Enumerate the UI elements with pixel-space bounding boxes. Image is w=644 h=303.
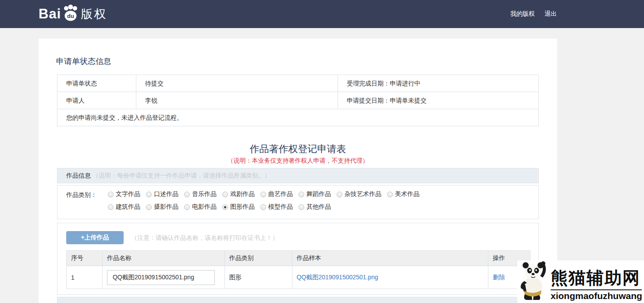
radio-category-music[interactable]: 音乐作品	[184, 190, 217, 198]
header-work-category: 作品类别	[224, 251, 292, 266]
radio-label: 摄影作品	[154, 203, 178, 211]
row-category: 图形	[224, 266, 292, 289]
upload-note: （注意：请确认作品名称，该名称将打印在证书上！）	[131, 234, 278, 242]
radio-category-oral[interactable]: 口述作品	[146, 190, 178, 198]
radio-icon[interactable]	[260, 204, 266, 210]
submit-date: 申请提交日期：申请单未提交	[338, 92, 538, 109]
radio-category-film[interactable]: 电影作品	[184, 203, 217, 211]
radio-icon[interactable]	[184, 192, 190, 197]
work-sample-link[interactable]: QQ截图20190915002501.png	[297, 274, 378, 281]
radio-label: 戏剧作品	[230, 190, 255, 198]
main-content-card: 申请单状态信息 申请单状态 待提交 受理完成日期：申请进行中 申请人 李锐 申请…	[39, 39, 557, 303]
nav-logout-link[interactable]: 退出	[544, 10, 557, 18]
work-name-input[interactable]	[107, 270, 215, 285]
radio-icon[interactable]	[387, 192, 393, 197]
radio-icon[interactable]	[299, 204, 304, 210]
category-row-2: 建筑作品 摄影作品 电影作品 图形作品 模型作品 其他作品	[108, 203, 337, 211]
header-work-name: 作品名称	[102, 251, 224, 266]
table-row: 申请单状态 待提交 受理完成日期：申请进行中	[57, 75, 538, 92]
top-navbar: Bai du 版权 我的版权 退出	[0, 0, 644, 28]
category-row-1: 文字作品 口述作品 音乐作品 戏剧作品 曲艺作品 舞蹈作品 杂技艺术作品 美术作…	[108, 190, 425, 198]
radio-icon[interactable]	[260, 192, 266, 197]
table-row: 申请人 李锐 申请提交日期：申请单未提交	[57, 92, 538, 109]
watermark-overlay: 熊猫辅助网 xiongmaofuzhuwang	[517, 260, 644, 303]
radio-label: 口述作品	[154, 190, 178, 198]
radio-category-architecture[interactable]: 建筑作品	[108, 203, 140, 211]
baidu-copyright-logo[interactable]: Bai du 版权	[39, 4, 107, 25]
row-index: 1	[67, 266, 103, 289]
radio-category-acrobatic[interactable]: 杂技艺术作品	[337, 190, 381, 198]
status-label: 申请单状态	[57, 75, 136, 92]
radio-checked-icon[interactable]	[222, 204, 228, 210]
radio-icon[interactable]	[337, 192, 342, 197]
status-info-table: 申请单状态 待提交 受理完成日期：申请进行中 申请人 李锐 申请提交日期：申请单…	[57, 75, 539, 126]
work-category-label: 作品类别：	[66, 191, 97, 199]
baidu-paw-icon: du	[61, 4, 80, 24]
upload-work-button[interactable]: +上传作品	[66, 231, 124, 244]
radio-label: 电影作品	[192, 203, 217, 211]
header-index: 序号	[67, 251, 103, 266]
header-work-sample: 作品样本	[292, 251, 488, 266]
radio-icon[interactable]	[146, 192, 152, 197]
work-info-section-note: （说明：每份申请仅支持一件作品申请，请选择作品所属类别。）	[93, 172, 270, 179]
watermark-title: 熊猫辅助网	[551, 268, 644, 289]
upload-section-box: +上传作品 （注意：请确认作品名称，该名称将打印在证书上！） 序号 作品名称 作…	[57, 223, 539, 295]
radio-category-quyi[interactable]: 曲艺作品	[260, 190, 293, 198]
table-row: 1 图形 QQ截图20190915002501.png 删除	[67, 266, 530, 289]
status-note: 您的申请尚未提交，未进入作品登记流程。	[57, 109, 538, 126]
radio-icon[interactable]	[222, 192, 228, 197]
work-info-section-title: 作品信息	[66, 172, 91, 179]
radio-label: 文字作品	[116, 190, 140, 198]
radio-category-drama[interactable]: 戏剧作品	[222, 190, 255, 198]
radio-category-other[interactable]: 其他作品	[299, 203, 331, 211]
logo-text-bai: Bai	[39, 6, 61, 22]
works-table: 序号 作品名称 作品类别 作品样本 操作 1 图形 QQ截图2019091500…	[66, 250, 530, 289]
delete-link[interactable]: 删除	[493, 274, 505, 281]
svg-text:du: du	[67, 13, 74, 19]
radio-icon[interactable]	[108, 204, 114, 210]
table-row: 您的申请尚未提交，未进入作品登记流程。	[57, 109, 538, 126]
radio-label: 杂技艺术作品	[345, 190, 381, 198]
row-sample-cell: QQ截图20190915002501.png	[292, 266, 488, 289]
watermark-divider	[551, 289, 642, 290]
navbar-links: 我的版权 退出	[510, 0, 557, 28]
radio-icon[interactable]	[108, 192, 114, 197]
watermark-subtitle: xiongmaofuzhuwang	[551, 291, 644, 301]
radio-icon[interactable]	[184, 204, 190, 210]
radio-label: 曲艺作品	[268, 190, 293, 198]
next-section-bar	[57, 297, 539, 303]
radio-category-model[interactable]: 模型作品	[260, 203, 293, 211]
radio-label: 美术作品	[395, 190, 420, 198]
radio-label: 图形作品	[230, 203, 255, 211]
radio-category-photography[interactable]: 摄影作品	[146, 203, 178, 211]
radio-label: 模型作品	[268, 203, 293, 211]
radio-category-text[interactable]: 文字作品	[108, 190, 140, 198]
radio-category-dance[interactable]: 舞蹈作品	[299, 190, 331, 198]
acceptance-date: 受理完成日期：申请进行中	[338, 75, 538, 92]
radio-label: 舞蹈作品	[306, 190, 331, 198]
radio-label: 音乐作品	[192, 190, 217, 198]
status-section-title: 申请单状态信息	[56, 56, 111, 67]
logo-text-banquan: 版权	[81, 6, 107, 22]
work-category-box: 作品类别： 文字作品 口述作品 音乐作品 戏剧作品 曲艺作品 舞蹈作品 杂技艺术…	[57, 185, 539, 219]
status-value: 待提交	[136, 75, 338, 92]
form-title: 作品著作权登记申请表	[39, 143, 557, 156]
applicant-value: 李锐	[136, 92, 338, 109]
radio-icon[interactable]	[146, 204, 152, 210]
radio-label: 建筑作品	[116, 203, 140, 211]
watermark-text-block: 熊猫辅助网 xiongmaofuzhuwang	[551, 268, 644, 303]
radio-category-fine-art[interactable]: 美术作品	[387, 190, 420, 198]
nav-my-copyright-link[interactable]: 我的版权	[510, 10, 535, 18]
applicant-label: 申请人	[57, 92, 136, 109]
form-subtitle-warning: （说明：本业务仅支持著作权人申请，不支持代理）	[39, 157, 557, 165]
radio-icon[interactable]	[299, 192, 304, 197]
row-name-cell	[102, 266, 224, 289]
work-info-section-bar: 作品信息 （说明：每份申请仅支持一件作品申请，请选择作品所属类别。）	[57, 168, 539, 183]
radio-label: 其他作品	[306, 203, 331, 211]
works-table-header-row: 序号 作品名称 作品类别 作品样本 操作	[67, 251, 530, 266]
radio-category-graphic-selected[interactable]: 图形作品	[222, 203, 255, 211]
panda-mascot-icon	[517, 259, 551, 303]
